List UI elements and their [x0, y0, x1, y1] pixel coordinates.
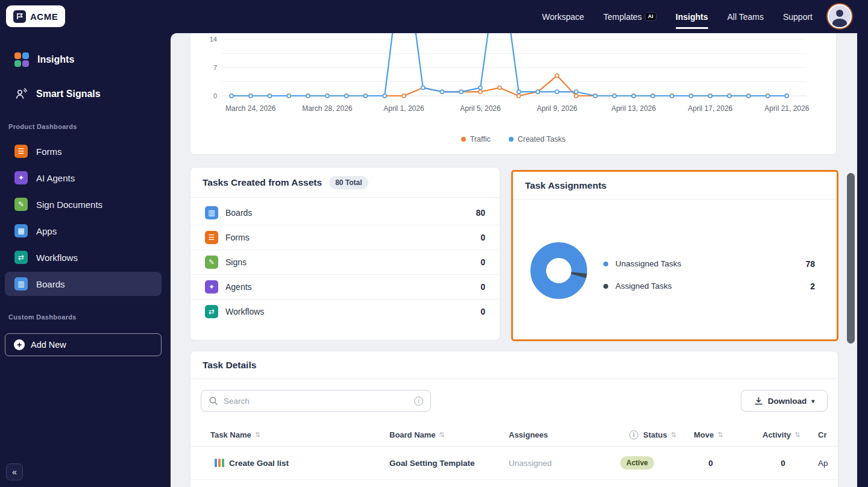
- legend-dot: [461, 137, 466, 142]
- nav-item-label: Support: [783, 8, 813, 25]
- cell-task-name[interactable]: Create Goal list: [229, 459, 289, 468]
- table-row[interactable]: Create Goal listGoal Setting TemplateUna…: [190, 447, 838, 480]
- workflows-icon: ⇄: [14, 251, 28, 264]
- boards-icon: ▥: [205, 206, 218, 219]
- column-header-cr: Cr: [818, 423, 826, 447]
- sidebar-collapse-button[interactable]: «: [6, 463, 23, 480]
- sidebar-item-apps[interactable]: ▦Apps: [5, 219, 162, 243]
- sort-icon[interactable]: ⇅: [671, 431, 676, 439]
- asset-row-workflows[interactable]: ⇄Workflows0: [190, 299, 500, 324]
- cell-assignees: Unassigned: [509, 459, 552, 468]
- sidebar-item-ai-agents[interactable]: ✦AI Agents: [5, 166, 162, 190]
- column-label: Cr: [818, 430, 826, 439]
- legend-item-traffic[interactable]: Traffic: [461, 135, 491, 143]
- sidebar-item-forms[interactable]: ☰Forms: [5, 139, 162, 163]
- column-label: Activity: [763, 430, 791, 439]
- search-input[interactable]: [224, 397, 409, 406]
- column-header-status[interactable]: iStatus⇅: [629, 423, 676, 447]
- asset-row-forms[interactable]: ☰Forms0: [190, 225, 500, 250]
- sidebar-item-boards[interactable]: ▥Boards: [5, 272, 162, 296]
- sort-icon[interactable]: ⇅: [255, 431, 260, 439]
- svg-text:0: 0: [213, 92, 217, 99]
- info-icon: i: [414, 397, 423, 406]
- sign-documents-icon: ✎: [205, 256, 218, 269]
- assignments-legend-value: 78: [805, 259, 815, 269]
- assignments-legend-row[interactable]: Unassigned Tasks78: [603, 253, 815, 275]
- column-label: Task Name: [210, 430, 251, 439]
- sidebar-item-sign-documents[interactable]: ✎Sign Documents: [5, 192, 162, 216]
- vertical-scrollbar-thumb[interactable]: [847, 173, 855, 344]
- svg-text:April 13, 2026: April 13, 2026: [611, 104, 656, 113]
- nav-item-support[interactable]: Support: [783, 8, 813, 25]
- section-label-product-dashboards: Product Dashboards: [8, 123, 77, 130]
- forms-icon: ☰: [14, 145, 28, 158]
- main-content: 0714March 24, 2026March 28, 2026April 1,…: [171, 33, 857, 487]
- insights-icon: [14, 52, 29, 67]
- sidebar-item-label: Smart Signals: [36, 89, 101, 99]
- column-header-task-name[interactable]: Task Name⇅: [210, 423, 260, 447]
- user-avatar[interactable]: [826, 3, 853, 30]
- nav-item-label: Templates: [603, 8, 642, 25]
- nav-item-insights[interactable]: Insights: [676, 8, 708, 25]
- brand-name: ACME: [30, 11, 58, 22]
- sidebar-item-label: Sign Documents: [36, 200, 102, 210]
- section-label-custom-dashboards: Custom Dashboards: [8, 313, 77, 321]
- nav-item-templates[interactable]: TemplatesAI: [603, 8, 656, 25]
- nav-item-all-teams[interactable]: All Teams: [728, 8, 764, 25]
- column-header-activity[interactable]: Activity⇅: [763, 423, 800, 447]
- smart-signals-icon: [14, 87, 28, 101]
- sidebar-item-smart-signals[interactable]: Smart Signals: [5, 82, 162, 106]
- sidebar-item-label: Insights: [37, 54, 74, 65]
- nav-item-label: Workspace: [542, 8, 584, 25]
- svg-text:April 9, 2026: April 9, 2026: [536, 104, 577, 113]
- column-header-assignees: Assignees: [509, 423, 548, 447]
- legend-label: Created Tasks: [518, 135, 566, 143]
- sort-icon[interactable]: ⇅: [717, 431, 723, 439]
- column-header-move[interactable]: Move⇅: [694, 423, 723, 447]
- asset-row-boards[interactable]: ▥Boards80: [190, 200, 500, 225]
- assignments-legend-value: 2: [810, 281, 815, 291]
- sidebar-item-insights[interactable]: Insights: [5, 48, 162, 72]
- asset-row-agents[interactable]: ✦Agents0: [190, 274, 500, 299]
- asset-value: 0: [480, 257, 485, 267]
- assignments-legend-row[interactable]: Assigned Tasks2: [603, 275, 815, 297]
- nav-item-workspace[interactable]: Workspace: [542, 8, 584, 25]
- svg-text:March 24, 2026: March 24, 2026: [225, 104, 276, 113]
- info-icon: i: [629, 430, 638, 439]
- download-icon: [754, 397, 763, 406]
- sort-icon[interactable]: ⇅: [439, 431, 445, 439]
- sidebar-item-workflows[interactable]: ⇄Workflows: [5, 245, 162, 269]
- sidebar-item-label: Boards: [36, 279, 65, 289]
- svg-text:April 5, 2026: April 5, 2026: [460, 104, 501, 113]
- top-navigation-bar: ACME WorkspaceTemplatesAIInsightsAll Tea…: [0, 0, 868, 33]
- column-label: Board Name: [389, 430, 436, 439]
- legend-dot: [509, 137, 514, 142]
- ai-badge: AI: [645, 12, 656, 21]
- sort-icon[interactable]: ⇅: [794, 431, 800, 439]
- workflows-icon: ⇄: [205, 305, 218, 318]
- search-icon: [209, 396, 218, 406]
- download-button[interactable]: Download ▾: [741, 390, 828, 412]
- assignments-legend: Unassigned Tasks78Assigned Tasks2: [603, 253, 815, 297]
- avatar-person-icon: [829, 5, 851, 27]
- svg-text:April 17, 2026: April 17, 2026: [688, 104, 732, 113]
- add-new-label: Add New: [31, 340, 66, 350]
- assets-card-header: Tasks Created from Assets 80 Total: [190, 168, 500, 198]
- status-badge: Active: [620, 456, 654, 470]
- column-label: Assignees: [509, 430, 548, 439]
- forms-icon: ☰: [205, 231, 218, 244]
- sidebar-item-label: Apps: [36, 226, 57, 236]
- total-badge: 80 Total: [329, 176, 368, 189]
- assets-card-title: Tasks Created from Assets: [203, 177, 322, 188]
- brand-logo[interactable]: ACME: [6, 5, 65, 27]
- asset-row-signs[interactable]: ✎Signs0: [190, 250, 500, 274]
- legend-item-created-tasks[interactable]: Created Tasks: [509, 135, 566, 143]
- column-header-board-name[interactable]: Board Name⇅: [389, 423, 445, 447]
- app-window: ACME WorkspaceTemplatesAIInsightsAll Tea…: [0, 0, 868, 487]
- apps-icon: ▦: [14, 224, 28, 237]
- svg-text:April 1, 2026: April 1, 2026: [383, 104, 424, 113]
- add-new-button[interactable]: + Add New: [5, 333, 162, 356]
- board-icon: [215, 459, 224, 467]
- task-assignments-card: Task Assignments Unassigned Tasks78Assig…: [511, 170, 838, 341]
- cell-board-name[interactable]: Goal Setting Template: [389, 459, 475, 468]
